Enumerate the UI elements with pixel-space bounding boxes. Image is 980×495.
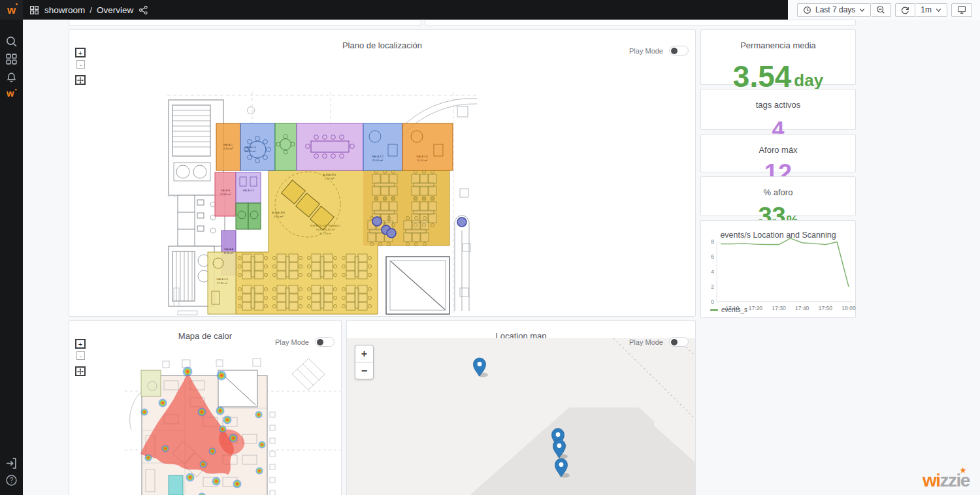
- partial-panel-top-right: [425, 20, 856, 25]
- svg-text:16.40 m²: 16.40 m²: [245, 150, 256, 153]
- play-mode-label: Play Mode: [275, 338, 309, 346]
- map-viewport[interactable]: + −: [347, 338, 695, 495]
- play-mode-label: Play Mode: [629, 47, 663, 55]
- wizzie-star-icon: ★: [960, 466, 966, 475]
- svg-text:18:00: 18:00: [841, 305, 856, 311]
- breadcrumb: showroom / Overview: [23, 0, 788, 20]
- svg-text:ALMACÉN: ALMACÉN: [272, 211, 285, 214]
- play-mode-toggle[interactable]: [315, 337, 335, 347]
- panel-events-chart: events/s Location and Scanning 0246817:1…: [700, 220, 856, 318]
- dashboard-grid-icon[interactable]: [29, 5, 39, 15]
- legend-series-name: events_s: [721, 306, 747, 313]
- svg-text:12,85 m²: 12,85 m²: [220, 193, 231, 196]
- svg-text:17:50: 17:50: [819, 305, 833, 311]
- play-mode-toggle[interactable]: [669, 46, 689, 56]
- svg-text:9.55 m²: 9.55 m²: [223, 147, 233, 150]
- refresh-button[interactable]: [895, 3, 915, 17]
- panel-title[interactable]: Aforo máx: [701, 142, 855, 155]
- dashboards-apps-icon[interactable]: [5, 53, 18, 65]
- heatmap-room-green: [141, 370, 161, 396]
- pan-button[interactable]: [75, 366, 86, 376]
- svg-text:0: 0: [711, 298, 714, 305]
- panel-tags-activos: tags activos 4: [700, 89, 856, 130]
- panel-plano-localizacion: Plano de localización Play Mode + -: [69, 29, 696, 317]
- zoom-out-icon: [876, 5, 885, 14]
- sidebar: w w: [0, 0, 23, 495]
- refresh-interval-picker[interactable]: 1m: [915, 3, 947, 17]
- pan-icon: [77, 368, 84, 375]
- panel-title[interactable]: tags activos: [701, 97, 855, 110]
- panel-title[interactable]: Plano de localización: [69, 37, 695, 50]
- dashboard-controls: Last 7 days 1m: [788, 0, 980, 20]
- svg-text:SALA 4.7: SALA 4.7: [372, 155, 384, 158]
- panel-title[interactable]: Permanencia media: [701, 37, 855, 50]
- time-range-picker[interactable]: Last 7 days: [797, 3, 871, 17]
- play-mode-toggle[interactable]: [669, 337, 689, 347]
- svg-text:17:20: 17:20: [749, 305, 763, 311]
- svg-text:3.85 m²: 3.85 m²: [274, 215, 284, 218]
- grafana-dashboard: w w: [0, 0, 980, 495]
- location-map-canvas[interactable]: [347, 338, 695, 495]
- svg-text:SALA 4.8: SALA 4.8: [416, 155, 428, 158]
- breadcrumb-dashboard[interactable]: showroom: [44, 5, 85, 15]
- help-icon[interactable]: ?: [5, 474, 18, 487]
- svg-text:2.57 m²: 2.57 m²: [325, 177, 335, 180]
- zoom-in-button[interactable]: +: [75, 339, 86, 349]
- floor-plan[interactable]: SALA C 9.55 m² SALA 4.4 16.40 m² SALA 4.…: [167, 92, 478, 315]
- panel-permanencia-media: Permanencia media 3.54 day: [700, 29, 856, 85]
- svg-text:20.00 m²: 20.00 m²: [372, 159, 384, 162]
- share-icon[interactable]: [139, 5, 148, 15]
- clock-icon: [803, 6, 811, 14]
- svg-text:w: w: [6, 88, 14, 99]
- svg-text:17:30: 17:30: [772, 305, 786, 311]
- svg-text:8.15 m²: 8.15 m²: [224, 251, 234, 255]
- wizzie-app-icon[interactable]: w: [5, 87, 18, 99]
- zoom-out-button[interactable]: -: [76, 60, 85, 69]
- zoom-in-button[interactable]: +: [75, 48, 86, 57]
- svg-text:SALA 4.9: SALA 4.9: [216, 278, 228, 281]
- svg-text:8: 8: [711, 238, 714, 245]
- svg-text:6: 6: [711, 253, 714, 260]
- svg-text:SALA B: SALA B: [221, 189, 231, 192]
- panel-aforo-max: Aforo máx 12: [700, 134, 856, 172]
- map-zoom-out-button[interactable]: −: [355, 362, 373, 379]
- svg-text:H 2.50 m: H 2.50 m: [320, 232, 332, 235]
- wizzie-watermark: wizzie ★: [923, 470, 970, 491]
- breadcrumb-page[interactable]: Overview: [97, 5, 133, 15]
- alerts-bell-icon[interactable]: [5, 71, 18, 83]
- svg-text:SALA A: SALA A: [224, 248, 233, 251]
- facade-columns: [457, 106, 470, 296]
- zoom-out-time-button[interactable]: [871, 3, 891, 17]
- pan-button[interactable]: [75, 75, 86, 85]
- svg-text:SALA C: SALA C: [223, 143, 233, 146]
- chevron-down-icon: [859, 7, 865, 13]
- refresh-icon: [901, 6, 909, 14]
- heatmap-floor-plan[interactable]: [125, 352, 342, 495]
- breadcrumb-separator: /: [90, 5, 92, 15]
- svg-text:ALMACÉN: ALMACÉN: [323, 173, 336, 176]
- wizzie-logo-letter: w: [7, 5, 16, 16]
- panel-location-map: Location map Play Mode: [346, 320, 696, 495]
- panel-mapa-de-calor: Mapa de calor Play Mode + -: [69, 320, 342, 495]
- kiosk-monitor-icon: [957, 5, 966, 14]
- legend-swatch: [710, 309, 718, 311]
- events-line-chart[interactable]: 0246817:1017:2017:3017:4017:5018:00: [701, 236, 857, 315]
- chart-legend[interactable]: events_s: [710, 306, 747, 313]
- wizzie-home-logo[interactable]: w: [0, 0, 23, 20]
- panel-title[interactable]: % aforo: [701, 184, 855, 197]
- chevron-down-icon: [936, 7, 941, 13]
- svg-text:ESPACIO DE TRABAJO: ESPACIO DE TRABAJO: [310, 224, 340, 227]
- svg-text:4: 4: [711, 268, 714, 275]
- wizzie-watermark-wi: wi: [923, 470, 940, 490]
- svg-text:2: 2: [711, 283, 714, 290]
- heatmap-room-cyan: [169, 475, 183, 495]
- map-zoom-in-button[interactable]: +: [355, 345, 373, 362]
- zoom-out-button[interactable]: -: [76, 351, 85, 360]
- svg-text:?: ?: [10, 477, 14, 484]
- play-mode-label: Play Mode: [629, 338, 663, 346]
- search-icon[interactable]: [5, 35, 18, 48]
- heatmap-facade-squares: [270, 412, 275, 495]
- kiosk-mode-button[interactable]: [951, 3, 972, 17]
- sign-in-icon[interactable]: [5, 457, 18, 470]
- svg-text:SUP:393.15 m²: SUP:393.15 m²: [316, 228, 335, 231]
